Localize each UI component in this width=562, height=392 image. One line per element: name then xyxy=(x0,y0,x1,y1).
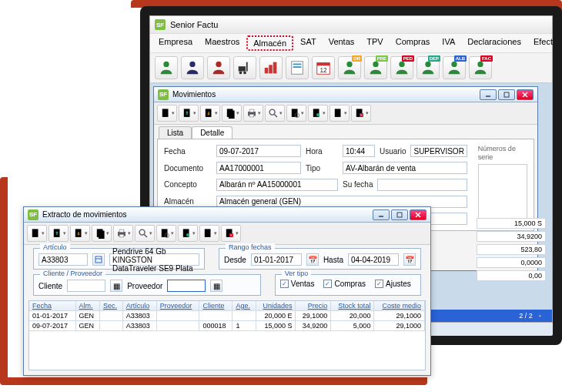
menu-efectos[interactable]: Efectos xyxy=(528,35,553,51)
tool-delete[interactable]: ▾ xyxy=(351,105,371,122)
menu-sat[interactable]: SAT xyxy=(295,35,322,51)
col-1[interactable]: Alm. xyxy=(75,301,99,311)
tool-print[interactable]: ▾ xyxy=(243,105,263,122)
tool-new[interactable]: ▾ xyxy=(27,225,47,242)
ribbon-btn-6[interactable]: 12 xyxy=(312,56,335,79)
tool-import[interactable]: ▾ xyxy=(49,225,69,242)
close-button[interactable] xyxy=(517,89,534,100)
tool-search[interactable]: ▾ xyxy=(135,225,155,242)
menu-empresa[interactable]: Empresa xyxy=(153,35,198,51)
table-row[interactable]: 09-07-2017GENA33803000018115,000 S34,920… xyxy=(29,321,425,331)
input-cliente[interactable] xyxy=(67,280,105,292)
menu-declaraciones[interactable]: Declaraciones xyxy=(462,35,527,51)
col-3[interactable]: Artículo xyxy=(122,301,156,311)
picker-articulo[interactable] xyxy=(92,253,105,266)
tool-save[interactable]: ▾ xyxy=(308,105,328,122)
picker-hasta[interactable]: 📅 xyxy=(403,253,416,266)
label-hora: Hora xyxy=(306,147,338,156)
label-numeros-serie: Números de serie xyxy=(478,145,516,161)
svg-point-0 xyxy=(163,62,169,67)
col-4[interactable]: Proveedor xyxy=(156,301,199,311)
ribbon-btn-1[interactable] xyxy=(181,56,204,79)
svg-point-1 xyxy=(189,62,195,67)
tool-filter[interactable]: ▾ xyxy=(286,105,306,122)
tool-delete[interactable]: ▾ xyxy=(221,225,241,242)
field-concepto[interactable]: Albarán nº AA15000001 xyxy=(216,179,338,191)
extracto-titlebar[interactable]: SF Extracto de movimientos xyxy=(24,207,430,223)
picker-cliente[interactable]: ▦ xyxy=(110,280,122,292)
ribbon-btn-9[interactable]: PED xyxy=(390,56,413,79)
input-proveedor[interactable] xyxy=(167,280,206,292)
tool-new[interactable]: ▾ xyxy=(157,105,177,122)
ribbon-btn-5[interactable] xyxy=(286,56,309,79)
ribbon-btn-8[interactable]: PRE xyxy=(364,56,387,79)
col-5[interactable]: Cliente xyxy=(199,301,232,311)
field-documento[interactable]: AA17000001 xyxy=(216,162,301,174)
maximize-button[interactable] xyxy=(498,89,515,100)
col-2[interactable]: Sec. xyxy=(99,301,122,311)
input-desde[interactable]: 01-01-2017 xyxy=(251,253,302,266)
col-7[interactable]: Unidades xyxy=(256,301,296,311)
ribbon-btn-11[interactable]: ALB xyxy=(443,56,466,79)
minimize-button[interactable] xyxy=(480,89,497,100)
table-row[interactable]: 01-01-2017GENA3380320,000 E29,100020,000… xyxy=(29,311,425,321)
menu-tpv[interactable]: TPV xyxy=(361,35,388,51)
menu-ventas[interactable]: Ventas xyxy=(323,35,360,51)
maximize-button[interactable] xyxy=(391,209,408,220)
close-button[interactable] xyxy=(410,209,427,220)
menu-almacén[interactable]: Almacén xyxy=(246,35,293,51)
result-grid[interactable]: FechaAlm.Sec.ArtículoProveedorClienteAge… xyxy=(28,300,426,370)
ribbon-btn-10[interactable]: DEP xyxy=(416,56,440,79)
tool-export[interactable]: ▾ xyxy=(70,225,90,242)
group-articulo: Artículo A33803 Pendrive 64 Gb KINGSTON … xyxy=(33,248,205,270)
tool-search[interactable]: ▾ xyxy=(265,105,285,122)
ribbon-btn-2[interactable] xyxy=(207,56,230,79)
label-hasta: Hasta xyxy=(323,256,343,264)
menu-maestros[interactable]: Maestros xyxy=(199,35,245,51)
input-articulo-desc[interactable]: Pendrive 64 Gb KINGSTON DataTraveler SE9… xyxy=(109,253,199,266)
tool-options[interactable]: ▾ xyxy=(330,105,350,122)
movimientos-titlebar[interactable]: SF Movimientos xyxy=(154,87,537,102)
ribbon-btn-12[interactable]: FAC xyxy=(469,56,492,79)
picker-desde[interactable]: 📅 xyxy=(306,253,319,266)
menu-compras[interactable]: Compras xyxy=(390,35,436,51)
field-tipo[interactable]: AV-Albarán de venta xyxy=(343,162,467,174)
ribbon-btn-3[interactable] xyxy=(233,56,256,79)
input-hasta[interactable]: 04-04-2019 xyxy=(348,253,399,266)
tool-save[interactable]: ▾ xyxy=(178,225,198,242)
col-10[interactable]: Coste medio xyxy=(374,301,425,311)
svg-text:12: 12 xyxy=(319,67,327,74)
col-6[interactable]: Age. xyxy=(232,301,256,311)
svg-line-56 xyxy=(144,234,147,237)
svg-point-2 xyxy=(216,62,221,67)
check-ajustes[interactable]: ✓ xyxy=(375,280,383,288)
label-check-ajustes: Ajustes xyxy=(386,280,411,288)
picker-proveedor[interactable]: ▦ xyxy=(210,280,222,292)
tool-options[interactable]: ▾ xyxy=(199,225,219,242)
minimize-button[interactable] xyxy=(373,209,390,220)
ribbon-btn-7[interactable]: OR xyxy=(338,56,361,79)
tool-import[interactable]: ▾ xyxy=(179,105,199,122)
tool-export[interactable]: ▾ xyxy=(200,105,220,122)
col-0[interactable]: Fecha xyxy=(29,301,75,311)
field-usuario[interactable]: SUPERVISOR xyxy=(410,145,467,157)
check-compras[interactable]: ✓ xyxy=(323,280,332,288)
svg-rect-12 xyxy=(293,66,302,68)
input-articulo-code[interactable]: A33803 xyxy=(38,253,88,266)
tab-detalle[interactable]: Detalle xyxy=(192,126,232,139)
serial-list[interactable] xyxy=(478,164,527,226)
col-9[interactable]: Stock total xyxy=(331,301,374,311)
field-hora[interactable]: 10:44 xyxy=(343,145,375,157)
tab-lista[interactable]: Lista xyxy=(159,126,192,139)
ribbon-btn-4[interactable] xyxy=(259,56,283,79)
check-ventas[interactable]: ✓ xyxy=(280,280,289,288)
tool-copy[interactable]: ▾ xyxy=(222,105,242,122)
tool-filter[interactable]: ▾ xyxy=(156,225,176,242)
field-fecha[interactable]: 09-07-2017 xyxy=(216,145,301,157)
ribbon-btn-0[interactable] xyxy=(155,56,178,79)
field-sufecha[interactable] xyxy=(377,179,467,191)
tool-copy[interactable]: ▾ xyxy=(92,225,112,242)
menu-iva[interactable]: IVA xyxy=(437,35,460,51)
tool-print[interactable]: ▾ xyxy=(113,225,133,242)
col-8[interactable]: Precio xyxy=(296,301,331,311)
